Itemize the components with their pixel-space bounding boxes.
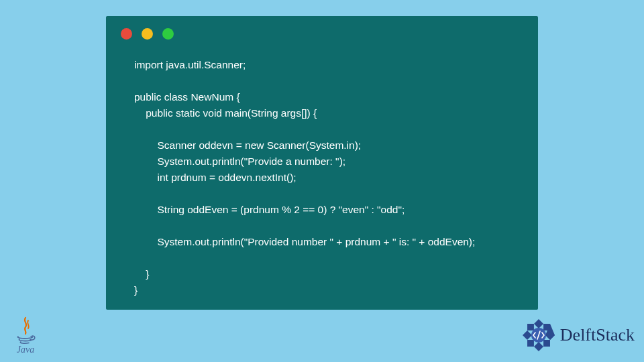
code-line: import java.util.Scanner; — [134, 59, 246, 70]
svg-marker-5 — [534, 342, 543, 351]
svg-marker-0 — [534, 319, 543, 328]
java-logo: Java — [9, 316, 42, 355]
svg-marker-7 — [523, 330, 532, 340]
window-maximize-icon — [162, 28, 174, 40]
code-line: } — [134, 268, 149, 280]
delftstack-icon — [520, 316, 557, 354]
code-line: System.out.println("Provided number " + … — [134, 236, 475, 247]
delftstack-logo-label: DelftStack — [560, 325, 635, 345]
code-line: int prdnum = oddevn.nextInt(); — [134, 172, 297, 183]
window-minimize-icon — [142, 28, 153, 40]
java-icon — [13, 316, 38, 346]
code-line: } — [134, 284, 138, 296]
code-line: Scanner oddevn = new Scanner(System.in); — [134, 139, 361, 151]
code-line: public static void main(String args[]) { — [134, 107, 317, 119]
code-line: String oddEven = (prdnum % 2 == 0) ? "ev… — [134, 204, 405, 215]
code-block: import java.util.Scanner; public class N… — [106, 40, 538, 298]
traffic-lights — [106, 16, 538, 40]
java-logo-label: Java — [9, 345, 42, 355]
window-close-icon — [121, 28, 132, 40]
code-line: System.out.println("Provide a number: ")… — [134, 156, 345, 167]
code-line: public class NewNum { — [134, 91, 240, 103]
code-window: import java.util.Scanner; public class N… — [106, 16, 538, 310]
delftstack-logo: DelftStack — [520, 316, 635, 354]
